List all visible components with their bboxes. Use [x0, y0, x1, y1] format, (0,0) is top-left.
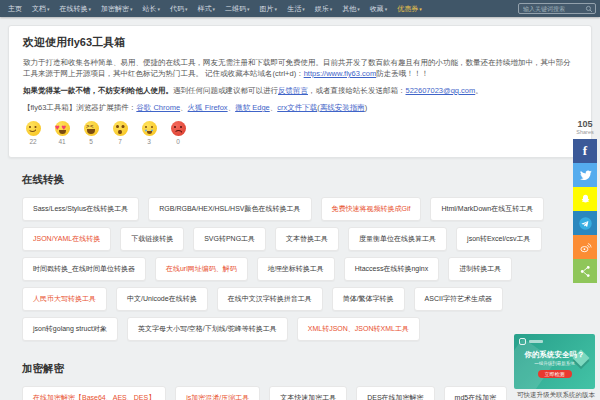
tool-button[interactable]: 文本快速加密工具 — [269, 386, 347, 400]
ad-logo-text — [529, 340, 543, 343]
email-link[interactable]: 522607023@qq.com — [406, 86, 476, 95]
plugin-link-0[interactable]: 谷歌 Chrome — [136, 103, 180, 112]
tool-button[interactable]: 时间戳转换_在线时间单位转换器 — [22, 257, 146, 281]
tool-button[interactable]: ASCII字符艺术生成器 — [414, 287, 503, 311]
plugin-link-1[interactable]: 火狐 Firefox — [188, 103, 228, 112]
nav-item-4[interactable]: 站长▾ — [143, 4, 161, 14]
tool-button[interactable]: 简体/繁体字转换 — [332, 287, 405, 311]
tool-button[interactable]: Sass/Less/Stylus在线转换工具 — [22, 197, 139, 221]
ad-caption: 可快速升级关联系统的版本 — [517, 391, 597, 400]
weibo-share-button[interactable] — [573, 235, 597, 259]
chevron-down-icon: ▾ — [247, 6, 250, 12]
section-encrypt-decrypt: 加密解密 在线加密解密【Base64、AES、DES】js加密混淆/压缩工具文本… — [22, 362, 590, 400]
top-navigation: 主页文档▾在线转换▾加密解密▾站长▾代码▾样式▾二维码▾图片▾生活▾娱乐▾其他▾… — [0, 0, 600, 17]
share-count: 105 — [572, 119, 598, 129]
site-link[interactable]: https://www.fly63.com — [304, 69, 377, 78]
nav-item-3[interactable]: 加密解密▾ — [101, 4, 133, 14]
search-box — [518, 3, 596, 14]
ad-cta-button[interactable]: 立即检测 — [538, 370, 572, 378]
reaction-count: 5 — [83, 138, 99, 145]
share-buttons: f — [572, 139, 598, 283]
tool-button[interactable]: 度量衡单位在线换算工具 — [348, 227, 447, 251]
tool-button[interactable]: json转Excel/csv工具 — [456, 227, 541, 251]
reaction-heart[interactable]: 41 — [54, 121, 70, 145]
nav-item-10[interactable]: 娱乐▾ — [315, 4, 333, 14]
tool-button[interactable]: Htaccess在线转换nginx — [344, 257, 440, 281]
tool-button[interactable]: 下载链接转换 — [120, 227, 184, 251]
chevron-down-icon: ▾ — [419, 6, 422, 12]
facebook-icon: f — [583, 143, 587, 159]
tool-button[interactable]: 在线url网址编码、解码 — [155, 257, 248, 281]
tool-button[interactable]: 英文字母大小写/空格/下划线/驼峰等转换工具 — [127, 317, 288, 341]
snapchat-share-button[interactable] — [573, 187, 597, 211]
tool-button[interactable]: 免费快速将视频转换成Gif — [321, 197, 422, 221]
smile-emoji-icon — [26, 121, 41, 136]
tool-grid: Sass/Less/Stylus在线转换工具RGB/RGBA/HEX/HSL/H… — [22, 197, 590, 341]
reaction-cry[interactable]: 3 — [141, 121, 157, 145]
tool-button[interactable]: DES在线加密解密 — [356, 386, 434, 400]
laugh-emoji-icon — [84, 121, 99, 136]
tool-button[interactable]: JSON/YAML在线转换 — [22, 227, 111, 251]
ad-logo-icon — [519, 338, 526, 345]
tool-button[interactable]: 地理坐标转换工具 — [257, 257, 335, 281]
telegram-share-button[interactable] — [573, 211, 597, 235]
search-icon[interactable] — [585, 5, 593, 13]
tip-paragraph: 如果觉得某一款不错，不妨安利给他人使用。遇到任何问题或建议都可以进行反馈留言，或… — [23, 85, 577, 96]
facebook-share-button[interactable]: f — [573, 139, 597, 163]
chevron-down-icon: ▾ — [213, 6, 216, 12]
reaction-laugh[interactable]: 5 — [83, 121, 99, 145]
tool-button[interactable]: 在线中文汉字转换拼音工具 — [217, 287, 323, 311]
tool-button[interactable]: RGB/RGBA/HEX/HSL/HSV颜色在线转换工具 — [148, 197, 311, 221]
plugin-link-3[interactable]: crx文件下载 — [277, 103, 317, 112]
tool-button[interactable]: 在线加密解密【Base64、AES、DES】 — [22, 386, 166, 400]
nav-item-6[interactable]: 样式▾ — [198, 4, 216, 14]
reaction-angry[interactable]: 0 — [170, 121, 186, 145]
share-count-label: Shares — [572, 129, 598, 135]
plugin-link-2[interactable]: 微软 Edge — [235, 103, 270, 112]
tool-grid: 在线加密解密【Base64、AES、DES】js加密混淆/压缩工具文本快速加密工… — [22, 386, 590, 400]
plugin-link-offline-guide[interactable]: 离线安装指南 — [320, 103, 365, 112]
nav-item-1[interactable]: 文档▾ — [32, 4, 50, 14]
page-title: 欢迎使用fly63工具箱 — [23, 35, 577, 50]
nav-items: 主页文档▾在线转换▾加密解密▾站长▾代码▾样式▾二维码▾图片▾生活▾娱乐▾其他▾… — [8, 4, 518, 14]
ad-subtitle: 一键升级到最新系统 — [514, 361, 595, 366]
nav-item-13[interactable]: 优惠券▾ — [397, 4, 422, 14]
nav-item-9[interactable]: 生活▾ — [287, 4, 305, 14]
nav-item-2[interactable]: 在线转换▾ — [60, 4, 92, 14]
tool-button[interactable]: 文本替换工具 — [275, 227, 339, 251]
chevron-down-icon: ▾ — [47, 6, 50, 12]
tool-button[interactable]: XML转JSON、JSON转XML工具 — [297, 317, 420, 341]
tool-button[interactable]: Html/MarkDown在线互转工具 — [430, 197, 544, 221]
ad-banner[interactable]: 你的系统安全吗？ 一键升级到最新系统 立即检测 — [514, 334, 595, 389]
nav-item-11[interactable]: 其他▾ — [342, 4, 360, 14]
tool-button[interactable]: md5在线加密 — [444, 386, 508, 400]
tool-button[interactable]: js加密混淆/压缩工具 — [175, 386, 260, 400]
search-input[interactable] — [523, 6, 585, 12]
tool-button[interactable]: 中文/Unicode在线转换 — [116, 287, 208, 311]
chevron-down-icon: ▾ — [302, 6, 305, 12]
nav-item-5[interactable]: 代码▾ — [170, 4, 188, 14]
more-share-share-button[interactable] — [573, 259, 597, 283]
tool-row: 在线加密解密【Base64、AES、DES】js加密混淆/压缩工具文本快速加密工… — [22, 386, 590, 400]
tool-button[interactable]: json转golang struct对象 — [22, 317, 118, 341]
snapchat-icon — [579, 193, 592, 206]
nav-item-0[interactable]: 主页 — [8, 4, 22, 14]
share-rail: 105 Shares f — [572, 119, 598, 283]
chevron-down-icon: ▾ — [385, 6, 388, 12]
tool-row: JSON/YAML在线转换下载链接转换SVG转PNG工具文本替换工具度量衡单位在… — [22, 227, 590, 251]
twitter-share-button[interactable] — [573, 163, 597, 187]
chevron-down-icon: ▾ — [89, 6, 92, 12]
nav-item-12[interactable]: 收藏▾ — [370, 4, 388, 14]
feedback-link[interactable]: 反馈留言 — [278, 86, 308, 95]
chevron-down-icon: ▾ — [185, 6, 188, 12]
weibo-icon — [579, 241, 592, 254]
reaction-wow[interactable]: 7 — [112, 121, 128, 145]
tool-button[interactable]: 进制转换工具 — [448, 257, 512, 281]
tool-button[interactable]: SVG转PNG工具 — [193, 227, 266, 251]
reaction-smile[interactable]: 22 — [25, 121, 41, 145]
tool-button[interactable]: 人民币大写转换工具 — [22, 287, 107, 311]
nav-item-7[interactable]: 二维码▾ — [225, 4, 250, 14]
reaction-count: 3 — [141, 138, 157, 145]
heart-emoji-icon — [55, 121, 70, 136]
nav-item-8[interactable]: 图片▾ — [260, 4, 278, 14]
